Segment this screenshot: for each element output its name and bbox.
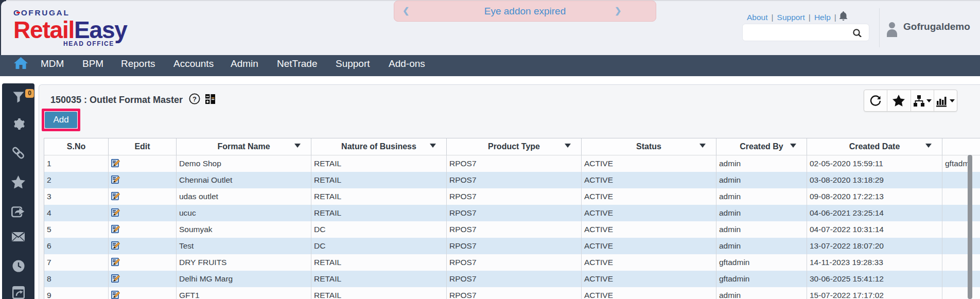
svg-text:?: ? [192,95,197,103]
